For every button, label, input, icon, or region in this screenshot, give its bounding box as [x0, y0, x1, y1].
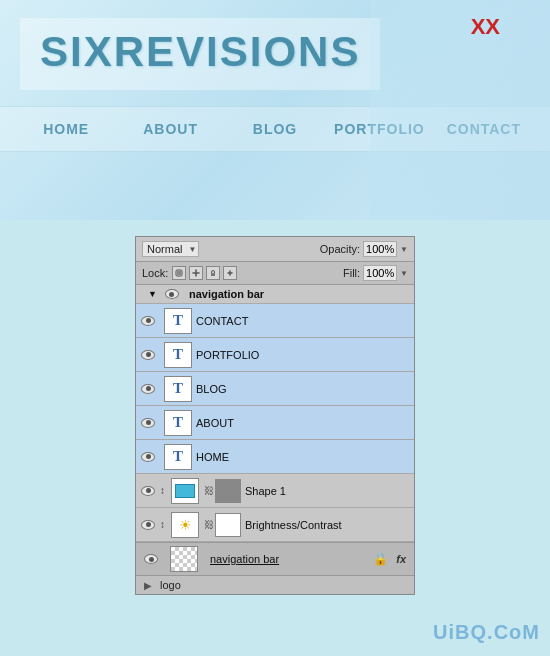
lock-move-icon[interactable]	[189, 266, 203, 280]
layer-thumb-shape1	[171, 478, 199, 504]
footer-layer-name: logo	[160, 579, 181, 591]
site-nav: HOME ABOUT BLOG PORTFOLIO CONTACT	[0, 106, 550, 152]
opacity-arrow: ▼	[400, 245, 408, 254]
nav-contact[interactable]: CONTACT	[432, 121, 536, 137]
layer-name-shape1: Shape 1	[245, 485, 414, 497]
layer-row-brightness[interactable]: ↕ ☀ ⛓ Brightness/Contrast	[136, 508, 414, 542]
website-preview: SIXREVISIONS XX HOME ABOUT BLOG PORTFOLI…	[0, 0, 550, 220]
blend-mode-dropdown[interactable]: Normal ▼	[142, 241, 199, 257]
layer-mask-shape1	[215, 479, 241, 503]
link-icon-shape1: ↕	[160, 485, 165, 496]
link-icon-brightness: ↕	[160, 519, 165, 530]
layer-thumb-home: T	[164, 444, 192, 470]
chain-icon-brightness: ⛓	[204, 519, 214, 530]
ps-panel-lock-bar: Lock: Fill: ▼	[136, 262, 414, 285]
svg-rect-2	[211, 273, 215, 276]
bottom-layer-name: navigation bar	[210, 553, 365, 565]
layer-group-navigation-bar[interactable]: ▼ navigation bar	[136, 285, 414, 304]
nav-home[interactable]: HOME	[14, 121, 118, 137]
group-visibility-icon[interactable]	[165, 289, 179, 299]
lock-plus-icon[interactable]	[223, 266, 237, 280]
layer-thumb-portfolio: T	[164, 342, 192, 368]
ps-bottom-layer-bar[interactable]: navigation bar 🔒 fx	[136, 542, 414, 575]
layer-eye-portfolio[interactable]	[136, 350, 160, 360]
fill-control: Fill: ▼	[343, 265, 408, 281]
layer-name-contact: CONTACT	[196, 315, 414, 327]
ps-footer-bar: ▶ logo	[136, 575, 414, 594]
opacity-input[interactable]	[363, 241, 397, 257]
lock-label: Lock:	[142, 267, 168, 279]
layer-row-shape1[interactable]: ↕ ⛓ Shape 1	[136, 474, 414, 508]
lock-pixels-icon[interactable]	[172, 266, 186, 280]
layer-eye-contact[interactable]	[136, 316, 160, 326]
opacity-label: Opacity:	[320, 243, 360, 255]
layer-name-portfolio: PORTFOLIO	[196, 349, 414, 361]
layer-row-contact[interactable]: T CONTACT	[136, 304, 414, 338]
opacity-control: Opacity: ▼	[320, 241, 408, 257]
layer-thumb-about: T	[164, 410, 192, 436]
svg-rect-1	[177, 271, 181, 275]
eye-icon	[141, 520, 155, 530]
site-header: SIXREVISIONS	[0, 0, 550, 100]
eye-icon	[141, 452, 155, 462]
fill-input[interactable]	[363, 265, 397, 281]
layer-eye-brightness[interactable]	[136, 520, 160, 530]
layer-eye-about[interactable]	[136, 418, 160, 428]
fill-label: Fill:	[343, 267, 360, 279]
chain-icon-shape1: ⛓	[204, 485, 214, 496]
site-title-box: SIXREVISIONS	[20, 18, 380, 90]
eye-icon	[141, 418, 155, 428]
lock-all-icon[interactable]	[206, 266, 220, 280]
layer-thumb-blog: T	[164, 376, 192, 402]
uibq-watermark: UiBQ.CoM	[433, 621, 540, 644]
layer-thumb-contact: T	[164, 308, 192, 334]
nav-about[interactable]: ABOUT	[118, 121, 222, 137]
group-arrow: ▼	[148, 289, 157, 299]
bottom-layer-thumb	[170, 546, 198, 572]
ps-panel-top-bar: Normal ▼ Opacity: ▼	[136, 237, 414, 262]
bottom-eye-icon[interactable]	[144, 554, 158, 564]
eye-icon	[141, 350, 155, 360]
eye-icon	[141, 384, 155, 394]
fill-arrow: ▼	[400, 269, 408, 278]
nav-blog[interactable]: BLOG	[223, 121, 327, 137]
layer-row-home[interactable]: T HOME	[136, 440, 414, 474]
layer-row-portfolio[interactable]: T PORTFOLIO	[136, 338, 414, 372]
site-title: SIXREVISIONS	[40, 28, 360, 75]
group-name: navigation bar	[189, 288, 264, 300]
footer-arrow-icon: ▶	[144, 580, 152, 591]
layer-name-home: HOME	[196, 451, 414, 463]
lock-icon: 🔒	[373, 552, 388, 566]
layer-row-blog[interactable]: T BLOG	[136, 372, 414, 406]
ps-layers-panel: Normal ▼ Opacity: ▼ Lock:	[135, 236, 415, 595]
eye-icon	[141, 486, 155, 496]
layer-name-about: ABOUT	[196, 417, 414, 429]
layer-eye-home[interactable]	[136, 452, 160, 462]
eye-icon	[141, 316, 155, 326]
xx-badge: XX	[471, 14, 500, 40]
blend-mode-arrow: ▼	[189, 245, 197, 254]
layer-name-blog: BLOG	[196, 383, 414, 395]
layer-eye-blog[interactable]	[136, 384, 160, 394]
layer-thumb-brightness: ☀	[171, 512, 199, 538]
layer-eye-shape1[interactable]	[136, 486, 160, 496]
layer-mask-brightness	[215, 513, 241, 537]
layer-row-about[interactable]: T ABOUT	[136, 406, 414, 440]
fx-icon: fx	[396, 553, 406, 565]
layer-name-brightness: Brightness/Contrast	[245, 519, 414, 531]
lock-icons	[172, 266, 237, 280]
layers-list: ▼ navigation bar T CONTACT T PORTFOL	[136, 285, 414, 542]
nav-portfolio[interactable]: PORTFOLIO	[327, 121, 431, 137]
